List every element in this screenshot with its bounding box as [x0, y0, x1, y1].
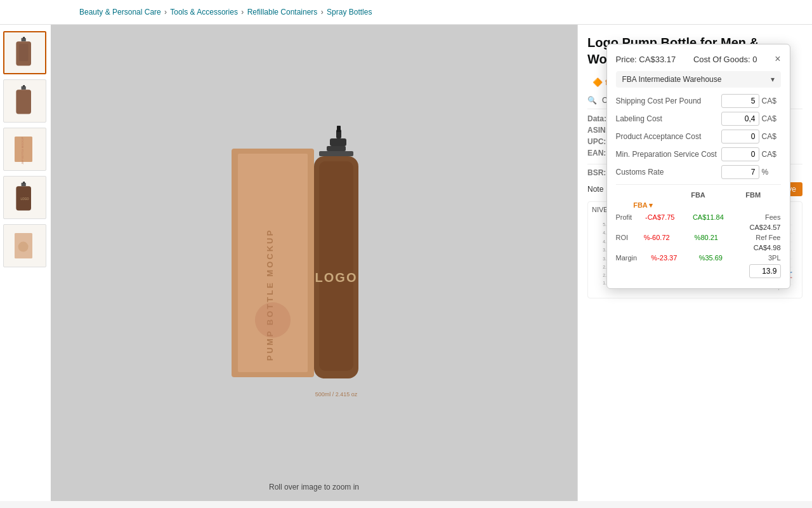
popup-row-customs: Customs Rate %	[616, 165, 781, 179]
svg-text:LOGO: LOGO	[20, 197, 29, 201]
svg-rect-22	[327, 146, 346, 151]
svg-rect-3	[19, 44, 29, 61]
roi-label: ROI	[616, 234, 632, 241]
popup-row-labeling: Labeling Cost CA$	[616, 112, 781, 126]
breadcrumb-item-1[interactable]: Tools & Accessories	[170, 8, 238, 17]
svg-rect-25	[319, 161, 353, 371]
fees-values-row: CA$24.57	[616, 224, 781, 231]
shipping-label: Shipping Cost Per Pound	[616, 97, 721, 105]
breadcrumb-item-2[interactable]: Refillable Containers	[247, 8, 318, 17]
thumbnail-2[interactable]	[3, 79, 46, 123]
3pl-value	[727, 264, 781, 278]
acceptance-input[interactable]	[721, 130, 759, 144]
thumbnail-1[interactable]	[3, 31, 46, 74]
divider	[616, 184, 781, 185]
popup-results-header: FBA FBM FBA ▾	[616, 190, 781, 211]
results-header-fba: FBA	[671, 190, 726, 200]
close-button[interactable]: ×	[775, 53, 780, 65]
profit-fees-label: Fees	[732, 213, 780, 221]
svg-text:500ml / 2.415 oz: 500ml / 2.415 oz	[315, 391, 358, 398]
customs-label: Customs Rate	[616, 168, 721, 177]
prep-input[interactable]	[721, 147, 759, 161]
margin-3pl-label: 3PL	[734, 254, 780, 262]
customs-input[interactable]	[721, 165, 759, 179]
roi-fees-label: Ref Fee	[731, 234, 780, 241]
main-layout: PUMP BOTTLE MOCKUP LOGO PUMP BOTTLE MOCK…	[0, 25, 812, 501]
3pl-value-row	[616, 264, 781, 278]
profit-fbm-value: CA$11.84	[684, 213, 732, 221]
margin-label: Margin	[616, 254, 641, 262]
svg-rect-10	[23, 182, 25, 184]
thumbnail-3[interactable]: PUMP BOTTLE MOCKUP	[3, 128, 46, 171]
acceptance-label: Product Acceptance Cost	[616, 132, 721, 141]
notes-label: Note	[587, 185, 603, 194]
cog-label: Cost Of Goods:	[693, 55, 750, 64]
3pl-input[interactable]	[749, 264, 781, 278]
margin-fbm-value: %35.69	[688, 254, 734, 262]
margin-fba-value: %-23.37	[641, 254, 687, 262]
svg-rect-6	[16, 90, 31, 114]
profit-result-row: Profit -CA$7.75 CA$11.84 Fees	[616, 213, 781, 221]
customs-currency: %	[762, 168, 781, 177]
popup-row-acceptance: Product Acceptance Cost CA$	[616, 130, 781, 144]
svg-rect-5	[23, 85, 25, 87]
popup-price-display: Price: CA$33.17	[616, 55, 676, 64]
svg-point-18	[255, 302, 291, 338]
prep-label: Min. Preparation Service Cost	[616, 150, 721, 159]
svg-point-14	[18, 242, 29, 252]
svg-rect-23	[319, 151, 353, 156]
breadcrumb-item-3[interactable]: Spray Bottles	[327, 8, 372, 17]
svg-text:LOGO: LOGO	[315, 271, 358, 284]
ref-fees-row: CA$4.98	[616, 244, 781, 251]
price-value: CA$33.17	[639, 55, 676, 64]
acceptance-currency: CA$	[762, 132, 781, 141]
ref-fee-value: CA$4.98	[727, 244, 781, 251]
svg-rect-1	[23, 37, 25, 39]
right-panel: Logo Pump Bottle for Men & Women 🔶 fbahu…	[577, 25, 812, 501]
thumbnail-4[interactable]: LOGO	[3, 176, 46, 219]
main-image-area: PUMP BOTTLE MOCKUP LOGO 500ml / 2.415 oz…	[51, 25, 577, 501]
svg-text:PUMP BOTTLE MOCKUP: PUMP BOTTLE MOCKUP	[265, 229, 275, 361]
shipping-input[interactable]	[721, 94, 759, 108]
warehouse-label: FBA Intermediate Warehouse	[622, 75, 722, 84]
profit-label: Profit	[616, 213, 636, 221]
roi-fbm-value: %80.21	[681, 234, 731, 241]
calculator-popup: Price: CA$33.17 Cost Of Goods: 0 × FBA I…	[606, 44, 790, 289]
margin-result-row: Margin %-23.37 %35.69 3PL	[616, 254, 781, 262]
fbahunter-icon: 🔶	[593, 77, 603, 87]
popup-cog-display: Cost Of Goods: 0	[693, 55, 757, 64]
zoom-hint: Roll over image to zoom in	[269, 483, 359, 491]
results-header-fba2: FBA ▾	[616, 200, 671, 211]
roi-result-row: ROI %-60.72 %80.21 Ref Fee	[616, 234, 781, 241]
shipping-currency: CA$	[762, 97, 781, 105]
svg-rect-21	[330, 138, 346, 146]
breadcrumb-item-0[interactable]: Beauty & Personal Care	[79, 8, 161, 17]
chevron-down-icon: ▾	[771, 75, 775, 84]
popup-row-shipping: Shipping Cost Per Pound CA$	[616, 94, 781, 108]
price-label: Price:	[616, 55, 637, 64]
header-spacer	[616, 190, 671, 200]
labeling-input[interactable]	[721, 112, 759, 126]
popup-header: Price: CA$33.17 Cost Of Goods: 0 ×	[616, 53, 781, 65]
results-header-fbm: FBM	[726, 190, 781, 200]
thumbnails-column: PUMP BOTTLE MOCKUP LOGO	[0, 25, 51, 501]
prep-currency: CA$	[762, 150, 781, 159]
svg-rect-20	[337, 126, 341, 132]
product-image: PUMP BOTTLE MOCKUP LOGO 500ml / 2.415 oz	[155, 98, 473, 428]
labeling-label: Labeling Cost	[616, 114, 721, 123]
profit-fba-value: -CA$7.75	[636, 213, 684, 221]
search-icon: 🔍	[587, 96, 597, 105]
roi-fba-value: %-60.72	[632, 234, 681, 241]
thumbnail-5[interactable]	[3, 224, 46, 267]
breadcrumb: Beauty & Personal Care › Tools & Accesso…	[0, 0, 812, 25]
fees-value: CA$24.57	[727, 224, 781, 231]
svg-text:PUMP BOTTLE MOCKUP: PUMP BOTTLE MOCKUP	[21, 137, 24, 164]
labeling-currency: CA$	[762, 114, 781, 123]
warehouse-selector[interactable]: FBA Intermediate Warehouse ▾	[616, 71, 781, 88]
cog-value: 0	[752, 55, 757, 64]
popup-row-prep: Min. Preparation Service Cost CA$	[616, 147, 781, 161]
